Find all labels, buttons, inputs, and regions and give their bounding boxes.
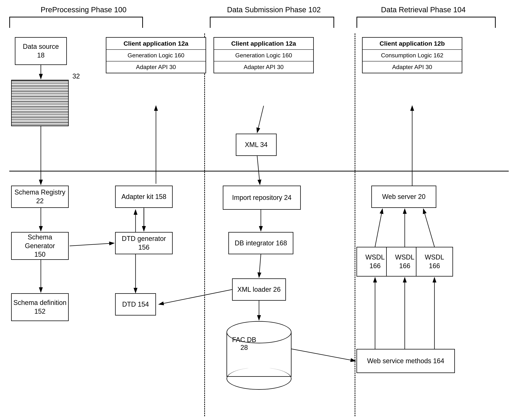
schema-registry-box: Schema Registry 22 bbox=[11, 186, 69, 208]
submission-label: Data Submission Phase 102 bbox=[213, 6, 334, 14]
client-app-b-row1: Consumption Logic 162 bbox=[363, 50, 462, 61]
client-app-a2-box: Client application 12a Generation Logic … bbox=[213, 37, 314, 73]
submission-brace bbox=[210, 17, 334, 28]
svg-line-18 bbox=[291, 349, 356, 361]
divider-2 bbox=[355, 33, 355, 416]
client-app-a1-header: Client application 12a bbox=[107, 38, 206, 50]
preprocessing-brace bbox=[9, 17, 143, 28]
fac-db-label: FAC DB 28 bbox=[232, 336, 256, 352]
preprocessing-label: PreProcessing Phase 100 bbox=[19, 6, 149, 14]
svg-line-24 bbox=[423, 209, 434, 247]
schema-generator-box: Schema Generator 150 bbox=[11, 232, 69, 260]
dtd-generator-box: DTD generator 156 bbox=[115, 232, 173, 254]
db-integrator-box: DB integrator 168 bbox=[228, 232, 293, 254]
xml-loader-box: XML loader 26 bbox=[232, 278, 286, 301]
client-app-b-row2: Adapter API 30 bbox=[363, 61, 462, 73]
import-repo-box: Import repository 24 bbox=[223, 186, 301, 210]
client-app-a1-row1: Generation Logic 160 bbox=[107, 50, 206, 61]
horizontal-divider bbox=[9, 171, 509, 172]
web-service-box: Web service methods 164 bbox=[357, 349, 455, 373]
screenshot-image bbox=[11, 80, 69, 126]
client-app-a1-row2: Adapter API 30 bbox=[107, 61, 206, 73]
svg-line-22 bbox=[375, 209, 382, 247]
client-app-a2-header: Client application 12a bbox=[214, 38, 313, 50]
svg-line-14 bbox=[257, 156, 260, 185]
svg-line-12 bbox=[159, 290, 232, 304]
retrieval-label: Data Retrieval Phase 104 bbox=[358, 6, 488, 14]
retrieval-brace bbox=[357, 17, 496, 28]
diagram: PreProcessing Phase 100 Data Submission … bbox=[0, 0, 518, 420]
web-server-box: Web server 20 bbox=[371, 186, 436, 208]
client-app-a2-row1: Generation Logic 160 bbox=[214, 50, 313, 61]
client-app-a2-row2: Adapter API 30 bbox=[214, 61, 313, 73]
svg-line-16 bbox=[259, 254, 261, 278]
client-app-b-box: Client application 12b Consumption Logic… bbox=[362, 37, 462, 73]
wsdl3-box: WSDL 166 bbox=[416, 247, 453, 277]
xml-box: XML 34 bbox=[236, 134, 277, 156]
client-app-a1-box: Client application 12a Generation Logic … bbox=[106, 37, 206, 73]
screenshot-label: 32 bbox=[72, 72, 80, 80]
dtd-box: DTD 154 bbox=[115, 293, 156, 315]
data-source-box: Data source 18 bbox=[15, 37, 67, 65]
svg-line-13 bbox=[257, 106, 264, 133]
client-app-b-header: Client application 12b bbox=[363, 38, 462, 50]
divider-1 bbox=[204, 33, 205, 416]
schema-definition-box: Schema definition 152 bbox=[11, 293, 69, 321]
adapter-kit-box: Adapter kit 158 bbox=[115, 186, 173, 208]
svg-line-6 bbox=[70, 243, 114, 246]
